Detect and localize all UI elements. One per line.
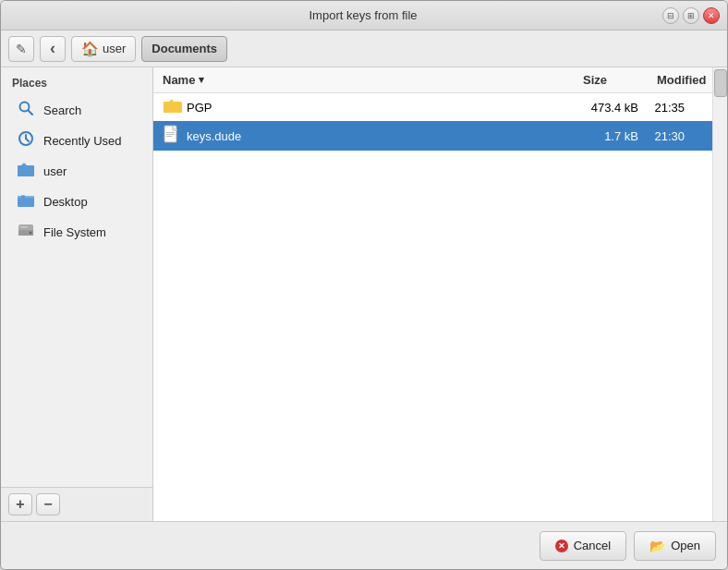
svg-point-10 (30, 232, 32, 235)
pgp-label: PGP (187, 101, 212, 115)
cancel-x-icon: ✕ (555, 540, 568, 552)
sidebar-item-filesystem-label: File System (43, 225, 106, 239)
edit-button[interactable]: ✎ (8, 36, 34, 62)
search-icon (16, 100, 36, 121)
table-row[interactable]: keys.dude 1.7 kB 21:30 (153, 121, 712, 151)
user-folder-icon: 🏠 (81, 41, 99, 57)
breadcrumb-documents[interactable]: Documents (141, 36, 227, 62)
svg-rect-6 (18, 166, 34, 176)
back-button[interactable]: ‹ (40, 36, 66, 62)
sidebar-item-filesystem[interactable]: File System (5, 217, 149, 248)
sidebar-item-search[interactable]: Search (5, 95, 149, 126)
open-button[interactable]: 📂 Open (634, 531, 716, 561)
edit-icon: ✎ (16, 42, 27, 56)
file-icon-keys (163, 125, 181, 147)
svg-line-1 (28, 110, 32, 115)
cancel-button[interactable]: ✕ Cancel (540, 531, 626, 561)
open-icon: 📂 (649, 539, 665, 553)
breadcrumb-user[interactable]: 🏠 user (71, 36, 136, 62)
svg-line-4 (26, 139, 29, 141)
close-button[interactable]: ✕ (703, 7, 720, 24)
breadcrumb-documents-label: Documents (152, 42, 217, 55)
column-modified[interactable]: Modified (648, 67, 712, 92)
sort-icon: ▾ (199, 74, 204, 86)
dialog: Import keys from file ⊟ ⊞ ✕ ✎ ‹ 🏠 user D… (0, 0, 728, 570)
open-label: Open (671, 539, 700, 552)
recently-used-icon (16, 130, 36, 152)
pgp-folder-icon (163, 97, 181, 117)
pgp-modified: 21:35 (638, 101, 703, 115)
file-area: Name ▾ Size Modified (153, 67, 712, 521)
svg-rect-13 (164, 103, 182, 114)
file-name-pgp: PGP (163, 97, 564, 117)
maximize-button[interactable]: ⊞ (683, 7, 699, 24)
sidebar-item-recently-used-label: Recently Used (43, 134, 122, 148)
plus-icon: + (16, 496, 24, 513)
svg-rect-16 (166, 132, 175, 133)
file-list: PGP 473.4 kB 21:35 (153, 93, 712, 521)
sidebar-item-user[interactable]: user (5, 156, 149, 187)
svg-rect-18 (166, 136, 172, 137)
sidebar-item-desktop-label: Desktop (43, 195, 88, 209)
svg-rect-11 (20, 226, 28, 228)
column-size[interactable]: Size (574, 67, 648, 92)
minus-icon: − (43, 496, 52, 513)
scrollbar[interactable] (712, 67, 727, 521)
column-name[interactable]: Name ▾ (153, 67, 574, 92)
user-home-icon (16, 161, 36, 182)
minimize-button[interactable]: ⊟ (662, 7, 679, 24)
file-name-keys: keys.dude (163, 125, 564, 147)
desktop-icon (16, 191, 36, 212)
filesystem-icon (16, 222, 36, 243)
pgp-size: 473.4 kB (564, 101, 638, 115)
svg-rect-17 (166, 134, 175, 135)
column-modified-label: Modified (657, 73, 706, 87)
add-place-button[interactable]: + (8, 493, 32, 515)
cancel-label: Cancel (574, 539, 611, 552)
sidebar-item-desktop[interactable]: Desktop (5, 187, 149, 217)
footer: ✕ Cancel 📂 Open (1, 521, 727, 569)
column-size-label: Size (583, 73, 607, 87)
dialog-title: Import keys from file (64, 8, 662, 22)
main-area: Places Search Re (1, 67, 727, 521)
titlebar-controls: ⊟ ⊞ ✕ (662, 7, 720, 24)
sidebar-item-search-label: Search (43, 103, 81, 117)
back-icon: ‹ (50, 39, 55, 58)
sidebar-item-user-label: user (43, 164, 67, 178)
keys-label: keys.dude (187, 129, 241, 143)
toolbar: ✎ ‹ 🏠 user Documents (1, 30, 727, 67)
file-area-wrapper: Name ▾ Size Modified (153, 67, 727, 521)
titlebar: Import keys from file ⊟ ⊞ ✕ (1, 1, 727, 30)
file-header: Name ▾ Size Modified (153, 67, 712, 93)
sidebar-item-recently-used[interactable]: Recently Used (5, 126, 149, 156)
places-label: Places (1, 67, 152, 95)
column-name-label: Name (163, 73, 195, 87)
remove-place-button[interactable]: − (36, 493, 60, 515)
sidebar-bottom: + − (1, 487, 152, 521)
keys-size: 1.7 kB (564, 129, 638, 143)
keys-modified: 21:30 (638, 129, 703, 143)
breadcrumb-user-label: user (103, 42, 126, 55)
table-row[interactable]: PGP 473.4 kB 21:35 (153, 93, 712, 121)
sidebar: Places Search Re (1, 67, 153, 521)
